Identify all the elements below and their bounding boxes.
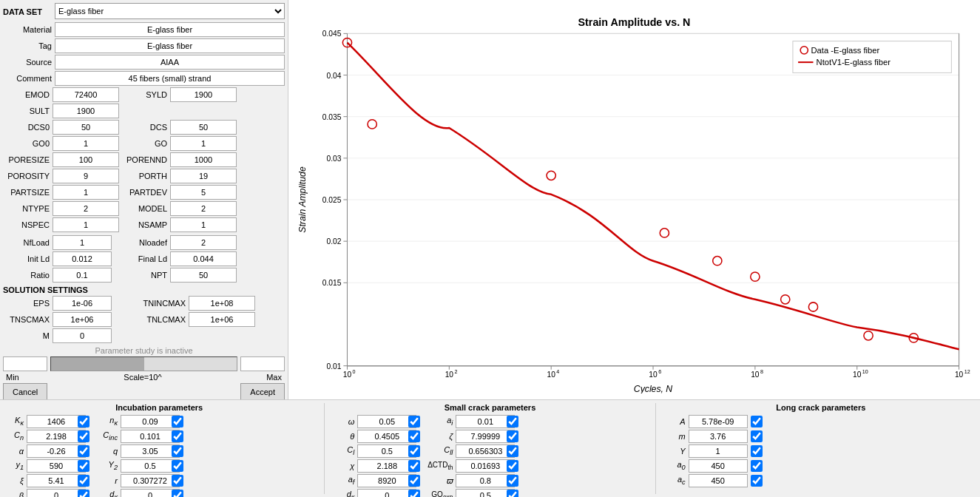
go0-input[interactable] xyxy=(53,136,119,151)
cll-label: Cll xyxy=(425,445,453,456)
ac-check[interactable] xyxy=(751,475,763,487)
partsize-input[interactable] xyxy=(53,185,119,200)
chi-check[interactable] xyxy=(408,460,420,472)
goexp-input[interactable] xyxy=(456,489,515,497)
dataset-select[interactable]: E-glass fiber xyxy=(55,3,285,19)
cinc-input[interactable] xyxy=(121,430,180,443)
ac-input[interactable] xyxy=(689,474,748,487)
beta-check[interactable] xyxy=(78,490,89,497)
q-input[interactable] xyxy=(121,444,180,458)
emod-input[interactable] xyxy=(53,87,119,102)
af-input[interactable] xyxy=(357,474,416,487)
y2-input[interactable] xyxy=(121,459,180,473)
cn-label: Cn xyxy=(3,430,24,442)
theta-input[interactable] xyxy=(357,430,416,443)
cl-input[interactable] xyxy=(357,444,416,458)
zeta-input[interactable] xyxy=(456,430,515,443)
omega-check[interactable] xyxy=(408,416,420,427)
varpi-label: ϖ xyxy=(425,476,453,486)
param-min-input[interactable] xyxy=(3,356,47,371)
dr-input[interactable] xyxy=(121,489,180,497)
omega-input[interactable] xyxy=(357,415,416,428)
cn-input[interactable] xyxy=(27,430,86,443)
q-check[interactable] xyxy=(172,445,183,457)
go-input[interactable] xyxy=(170,136,237,151)
dr-check[interactable] xyxy=(172,490,183,497)
goexp-check[interactable] xyxy=(507,490,518,497)
nfload-input[interactable] xyxy=(53,235,112,250)
lc-m-check[interactable] xyxy=(751,430,763,442)
Y-input[interactable] xyxy=(689,444,748,458)
af-check[interactable] xyxy=(408,475,420,487)
r-input[interactable] xyxy=(121,474,180,487)
m-input[interactable] xyxy=(53,328,112,343)
ai-input[interactable] xyxy=(456,415,515,428)
init-ld-input[interactable] xyxy=(53,251,112,266)
long-crack-title: Long crack parameters xyxy=(665,403,977,412)
xi-check[interactable] xyxy=(78,475,89,487)
A-check[interactable] xyxy=(751,416,763,427)
alpha-check[interactable] xyxy=(78,445,89,457)
dcs-input[interactable] xyxy=(170,120,237,135)
cn-check[interactable] xyxy=(78,430,89,442)
sc-dr-label: dκ xyxy=(334,490,354,497)
a0-input[interactable] xyxy=(689,459,748,473)
ai-check[interactable] xyxy=(507,416,518,427)
svg-text:Strain Amplitude: Strain Amplitude xyxy=(297,166,308,233)
k-input[interactable] xyxy=(27,415,86,428)
r-check[interactable] xyxy=(172,475,183,487)
zeta-check[interactable] xyxy=(507,430,518,442)
cll-check[interactable] xyxy=(507,445,518,457)
eps-input[interactable] xyxy=(53,296,112,311)
syld-input[interactable] xyxy=(170,87,237,102)
dcs0-input[interactable] xyxy=(53,120,119,135)
theta-check[interactable] xyxy=(408,430,420,442)
lc-m-input[interactable] xyxy=(689,430,748,443)
a0-check[interactable] xyxy=(751,460,763,472)
accept-button[interactable]: Accept xyxy=(240,383,285,399)
k-check[interactable] xyxy=(78,416,89,427)
sult-input[interactable] xyxy=(53,104,119,118)
nloadef-input[interactable] xyxy=(170,235,237,250)
xi-input[interactable] xyxy=(27,474,86,487)
param-max-input[interactable] xyxy=(240,356,285,371)
dctdth-check[interactable] xyxy=(507,460,518,472)
svg-text:8: 8 xyxy=(760,369,763,375)
porth-input[interactable] xyxy=(170,169,237,183)
varpi-check[interactable] xyxy=(507,475,518,487)
nsamp-input[interactable] xyxy=(170,217,237,232)
Y-check[interactable] xyxy=(751,445,763,457)
cll-input[interactable] xyxy=(456,444,515,458)
source-label: Source xyxy=(3,58,55,67)
npt-input[interactable] xyxy=(170,268,237,283)
ratio-input[interactable] xyxy=(53,268,112,283)
model-input[interactable] xyxy=(170,201,237,216)
ntype-input[interactable] xyxy=(53,201,119,216)
partdev-input[interactable] xyxy=(170,185,237,200)
beta-input[interactable] xyxy=(27,489,86,497)
y2-check[interactable] xyxy=(172,460,183,472)
y1-check[interactable] xyxy=(78,460,89,472)
sc-dr-input[interactable] xyxy=(357,489,416,497)
tnlcmax-input[interactable] xyxy=(189,312,255,327)
nspec-input[interactable] xyxy=(53,217,119,232)
tnscmax-input[interactable] xyxy=(53,312,112,327)
poresize-input[interactable] xyxy=(53,152,119,167)
tnincmax-input[interactable] xyxy=(189,296,255,311)
a0-label: a0 xyxy=(665,460,686,471)
cl-check[interactable] xyxy=(408,445,420,457)
n-input[interactable] xyxy=(121,415,180,428)
alpha-input[interactable] xyxy=(27,444,86,458)
chi-input[interactable] xyxy=(357,459,416,473)
n-check[interactable] xyxy=(172,416,183,427)
porosity-input[interactable] xyxy=(53,169,119,183)
y1-input[interactable] xyxy=(27,459,86,473)
cancel-button[interactable]: Cancel xyxy=(3,383,47,399)
dctdth-input[interactable] xyxy=(456,459,515,473)
sc-dr-check[interactable] xyxy=(408,490,420,497)
cinc-check[interactable] xyxy=(172,430,183,442)
porennd-input[interactable] xyxy=(170,152,237,167)
varpi-input[interactable] xyxy=(456,474,515,487)
A-input[interactable] xyxy=(689,415,748,428)
final-ld-input[interactable] xyxy=(170,251,237,266)
